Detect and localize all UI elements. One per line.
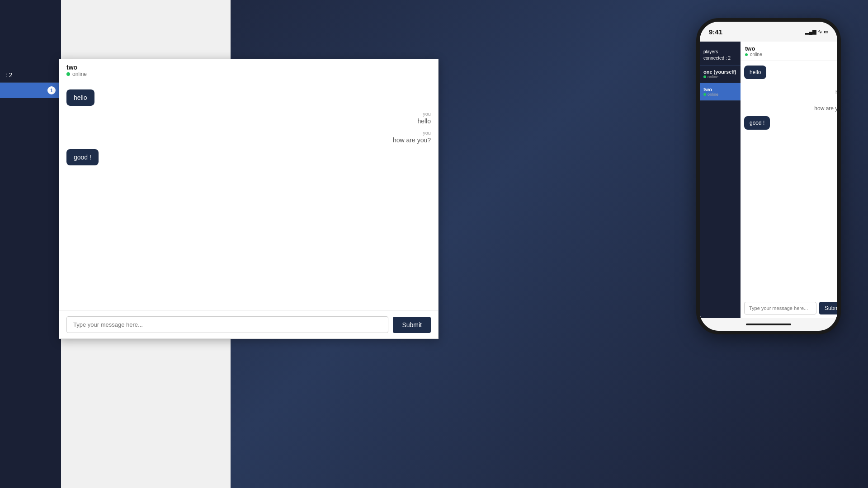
phone-message-bubble-left: good !: [744, 116, 770, 130]
phone-mockup: 9:41 ▂▄▆ ∿ ▭ players connected : 2 one (…: [696, 18, 841, 334]
phone-message-item: hello: [744, 66, 837, 84]
message-item: hello: [66, 89, 431, 111]
phone-user-status: online: [703, 75, 737, 79]
chat-messages-area: hello you hello you how are you? good !: [59, 82, 438, 310]
phone-user-name: one (yourself): [703, 69, 737, 75]
phone-sidebar-user-two[interactable]: two online: [700, 83, 741, 101]
phone-user-status: online: [703, 92, 737, 97]
you-label: you: [423, 130, 431, 136]
phone-signal-icons: ▂▄▆ ∿ ▭: [805, 29, 828, 35]
phone-submit-button[interactable]: Submit: [819, 302, 837, 314]
message-item: you how are you?: [66, 130, 431, 144]
contact-name: two: [66, 64, 431, 71]
message-input[interactable]: [66, 316, 388, 333]
status-dot-icon: [703, 93, 706, 96]
chat-header: two online: [59, 59, 438, 82]
battery-icon: ▭: [824, 29, 828, 35]
phone-user-name: two: [703, 87, 737, 92]
home-indicator: [746, 324, 791, 325]
phone-inner: players connected : 2 one (yourself) onl…: [700, 42, 837, 318]
phone-status-dot-icon: [745, 53, 748, 56]
online-status: online: [66, 71, 431, 77]
phone-chat: two online hello you hello: [741, 42, 837, 318]
phone-message-item: you hello: [744, 84, 837, 95]
phone-message-bubble-left: hello: [744, 66, 766, 79]
phone-players-info: players connected : 2: [700, 45, 741, 66]
signal-bars-icon: ▂▄▆: [805, 29, 816, 35]
phone-message-bubble-right: hello: [835, 89, 837, 95]
phone-chat-footer: Submit: [741, 298, 837, 318]
phone-message-bubble-right: how are you?: [814, 105, 837, 112]
wifi-icon: ∿: [818, 29, 822, 35]
phone-message-item: good !: [744, 116, 837, 134]
phone-chat-header: two online: [741, 42, 837, 61]
message-item: you hello: [66, 111, 431, 125]
phone-status-bar: 9:41 ▂▄▆ ∿ ▭: [700, 22, 837, 42]
you-label: you: [423, 111, 431, 117]
phone-online-status: online: [745, 52, 837, 57]
sidebar-active-item[interactable]: 1: [0, 83, 61, 98]
phone-time: 9:41: [709, 28, 722, 36]
message-bubble-right: hello: [417, 117, 431, 125]
message-bubble-left: good !: [66, 149, 99, 165]
phone-home-bar: [700, 318, 837, 331]
chat-footer: Submit: [59, 310, 438, 338]
main-chat-window: two online hello you hello you how are y…: [59, 59, 439, 339]
phone-status-label: online: [750, 52, 762, 57]
phone-message-input[interactable]: [744, 302, 816, 314]
phone-sidebar: players connected : 2 one (yourself) onl…: [700, 42, 741, 318]
phone-contact-name: two: [745, 45, 837, 52]
message-item: good !: [66, 149, 431, 171]
message-bubble-left: hello: [66, 89, 94, 106]
message-bubble-right: how are you?: [393, 136, 431, 144]
phone-message-item: you how are you?: [744, 100, 837, 112]
status-label: online: [72, 71, 87, 77]
sidebar-badge: 1: [47, 86, 56, 94]
users-sidebar: : 2 1: [0, 0, 61, 488]
phone-sidebar-user-one[interactable]: one (yourself) online: [700, 66, 741, 83]
sidebar-counter: : 2: [0, 68, 61, 83]
status-dot-icon: [703, 75, 706, 78]
phone-content: players connected : 2 one (yourself) onl…: [700, 42, 837, 318]
status-dot-icon: [66, 72, 70, 76]
phone-chat-messages: hello you hello you how are you? good !: [741, 61, 837, 298]
submit-button[interactable]: Submit: [393, 317, 431, 333]
